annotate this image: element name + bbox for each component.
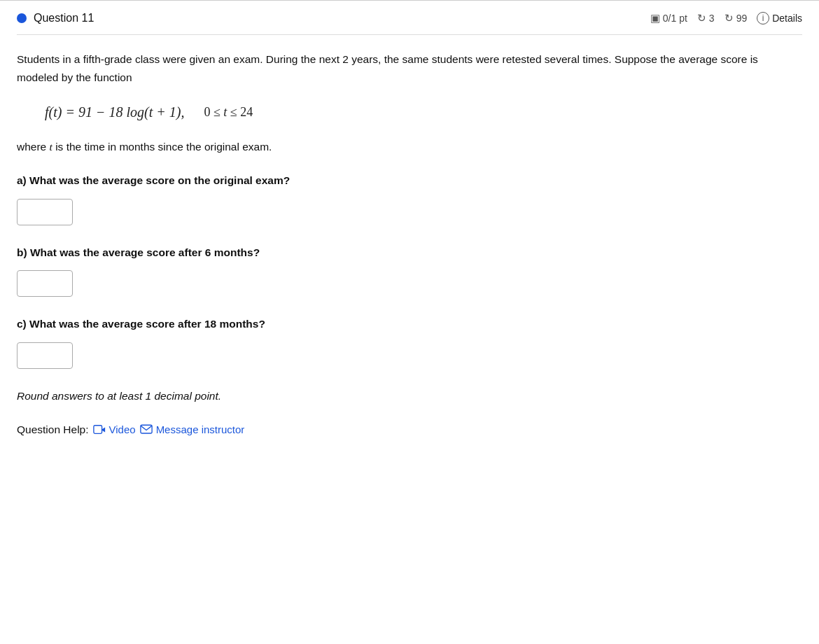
question-title-group: Question 11	[17, 12, 94, 24]
part-a-letter: a)	[17, 174, 27, 186]
formula-block: f(t) = 91 − 18 log(t + 1), 0 ≤ t ≤ 24	[45, 100, 802, 124]
part-b-letter: b)	[17, 246, 27, 258]
message-icon	[140, 424, 153, 435]
details-link[interactable]: i Details	[757, 12, 802, 24]
question-meta: ▣ 0/1 pt ↻ 3 ↻ 99 i Details	[650, 12, 802, 24]
constraint-display: 0 ≤ t ≤ 24	[204, 102, 253, 123]
video-link[interactable]: Video	[93, 421, 136, 439]
retry-item: ↻ 3	[697, 12, 715, 24]
submission-item: ↻ 99	[724, 12, 748, 24]
question-dot	[17, 13, 27, 23]
details-label: Details	[772, 13, 802, 24]
part-c-question: What was the average score after 18 mont…	[29, 318, 265, 330]
part-a-input[interactable]	[17, 199, 73, 225]
problem-intro: Students in a fifth-grade class were giv…	[17, 50, 802, 86]
message-label: Message instructor	[156, 421, 245, 439]
part-c-label: c) What was the average score after 18 m…	[17, 315, 802, 333]
part-b-question: What was the average score after 6 month…	[30, 246, 260, 258]
where-clause: where t is the time in months since the …	[17, 138, 802, 156]
part-c-letter: c)	[17, 318, 27, 330]
part-b-label: b) What was the average score after 6 mo…	[17, 244, 802, 262]
retry-value: 3	[709, 13, 715, 24]
subpart-c: c) What was the average score after 18 m…	[17, 315, 802, 371]
submission-icon: ↻	[724, 12, 734, 24]
question-body: Students in a fifth-grade class were giv…	[17, 48, 802, 442]
info-icon: i	[757, 12, 769, 24]
part-c-input[interactable]	[17, 342, 73, 369]
score-value: 0/1 pt	[663, 13, 687, 24]
subpart-b: b) What was the average score after 6 mo…	[17, 244, 802, 300]
subpart-a: a) What was the average score on the ori…	[17, 172, 802, 227]
svg-rect-2	[141, 425, 152, 433]
message-instructor-link[interactable]: Message instructor	[140, 421, 245, 439]
question-header: Question 11 ▣ 0/1 pt ↻ 3 ↻ 99 i Details	[17, 12, 802, 35]
score-item: ▣ 0/1 pt	[650, 12, 687, 24]
svg-rect-0	[93, 426, 102, 434]
question-title: Question 11	[34, 12, 94, 24]
retry-icon: ↻	[697, 12, 706, 24]
formula-display: f(t) = 91 − 18 log(t + 1),	[45, 100, 184, 124]
variable-t: t	[50, 141, 52, 153]
video-label: Video	[109, 421, 136, 439]
part-a-question: What was the average score on the origin…	[29, 174, 290, 186]
question-container: Question 11 ▣ 0/1 pt ↻ 3 ↻ 99 i Details …	[0, 0, 819, 453]
help-label: Question Help:	[17, 421, 89, 439]
part-b-input[interactable]	[17, 270, 73, 297]
part-a-label: a) What was the average score on the ori…	[17, 172, 802, 190]
video-icon	[93, 424, 106, 436]
submission-value: 99	[736, 13, 748, 24]
score-icon: ▣	[650, 12, 660, 24]
question-help: Question Help: Video Message instructor	[17, 421, 802, 439]
round-note: Round answers to at least 1 decimal poin…	[17, 387, 802, 405]
